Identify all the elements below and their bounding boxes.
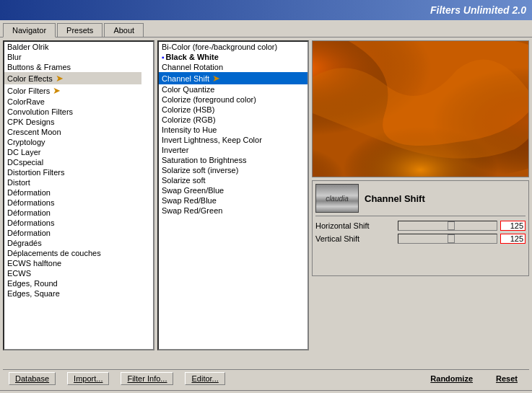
preview-swirl bbox=[313, 41, 528, 177]
right-panel: claudia Channel Shift Horizontal Shift 1… bbox=[312, 40, 529, 366]
separator-icon: ▪ bbox=[162, 53, 165, 61]
preview-area bbox=[312, 40, 529, 177]
list-item[interactable]: ColorRave bbox=[4, 97, 141, 107]
bottom-toolbar: Database Import... Filter Info... Editor… bbox=[3, 369, 529, 387]
list-item[interactable]: Déformation bbox=[4, 228, 141, 238]
list-item[interactable]: DCspecial bbox=[4, 157, 141, 167]
content-area: Balder Olrik Blur Buttons & Frames Color… bbox=[3, 40, 529, 366]
list-item[interactable]: Déformation bbox=[4, 208, 141, 218]
tab-navigator[interactable]: Navigator bbox=[3, 23, 56, 37]
horizontal-shift-value[interactable]: 125 bbox=[500, 221, 526, 231]
plugin-header: claudia Channel Shift bbox=[315, 184, 526, 216]
list-item[interactable]: Déformations bbox=[4, 218, 141, 228]
category-list[interactable]: Balder Olrik Blur Buttons & Frames Color… bbox=[3, 40, 154, 350]
list-item[interactable]: ECWS bbox=[4, 268, 141, 278]
slider-row-vertical: Vertical Shift 125 bbox=[315, 234, 526, 244]
category-list-inner: Balder Olrik Blur Buttons & Frames Color… bbox=[4, 42, 141, 299]
filter-item[interactable]: Swap Red/Green bbox=[159, 206, 308, 216]
tab-presets[interactable]: Presets bbox=[57, 23, 103, 37]
filter-info-button[interactable]: Filter Info... bbox=[121, 372, 173, 385]
list-item[interactable]: Edges, Round bbox=[4, 278, 141, 288]
list-item[interactable]: Edges, Square bbox=[4, 288, 141, 299]
list-item[interactable]: Crescent Moon bbox=[4, 127, 141, 137]
slider-row-horizontal: Horizontal Shift 125 bbox=[315, 221, 526, 231]
slider-row-empty1 bbox=[315, 247, 526, 257]
app-title: Filters Unlimited 2.0 bbox=[430, 4, 526, 16]
list-item[interactable]: Distortion Filters bbox=[4, 167, 141, 177]
slider-empty2 bbox=[398, 260, 497, 270]
filter-item[interactable]: Intensity to Hue bbox=[159, 125, 308, 135]
filter-item-bw[interactable]: ▪ Black & White bbox=[159, 52, 308, 62]
main-container: Balder Olrik Blur Buttons & Frames Color… bbox=[0, 37, 532, 390]
title-bar: Filters Unlimited 2.0 bbox=[0, 0, 532, 20]
plugin-logo: claudia bbox=[315, 184, 359, 213]
arrow-icon: ➤ bbox=[56, 73, 64, 84]
list-item[interactable]: DC Layer bbox=[4, 147, 141, 157]
list-item[interactable]: Cryptology bbox=[4, 137, 141, 147]
list-item[interactable]: Déformations bbox=[4, 198, 141, 208]
list-item[interactable]: Distort bbox=[4, 177, 141, 187]
tab-about[interactable]: About bbox=[104, 23, 144, 37]
list-item[interactable]: Déplacements de couches bbox=[4, 248, 141, 258]
horizontal-shift-label: Horizontal Shift bbox=[315, 221, 395, 230]
filter-item[interactable]: Inverter bbox=[159, 145, 308, 155]
import-button[interactable]: Import... bbox=[67, 372, 109, 385]
vertical-thumb[interactable] bbox=[448, 234, 455, 243]
filter-item-channel-shift[interactable]: Channel Shift ➤ bbox=[159, 72, 308, 84]
horizontal-shift-slider[interactable] bbox=[398, 221, 497, 231]
filter-item[interactable]: Colorize (RGB) bbox=[159, 115, 308, 125]
status-bar: Database: ICNET-Filters Filters: 4595 📎 … bbox=[0, 390, 532, 393]
list-item[interactable]: Déformation bbox=[4, 187, 141, 198]
slider-row-empty2 bbox=[315, 260, 526, 270]
vertical-shift-slider[interactable] bbox=[398, 234, 497, 244]
filter-item[interactable]: Swap Green/Blue bbox=[159, 185, 308, 195]
list-item[interactable]: Blur bbox=[4, 52, 141, 62]
filter-item[interactable]: Bi-Color (fore-/background color) bbox=[159, 42, 308, 52]
filter-item[interactable]: Saturation to Brightness bbox=[159, 155, 308, 165]
list-item[interactable]: CPK Designs bbox=[4, 117, 141, 127]
filter-item[interactable]: Colorize (foreground color) bbox=[159, 94, 308, 105]
filter-list[interactable]: Bi-Color (fore-/background color) ▪ Blac… bbox=[157, 40, 309, 350]
arrow-icon: ➤ bbox=[53, 85, 61, 96]
tab-bar: Navigator Presets About bbox=[0, 20, 532, 37]
slider-empty1 bbox=[398, 247, 497, 257]
horizontal-thumb[interactable] bbox=[448, 221, 455, 230]
filter-item[interactable]: Solarize soft (inverse) bbox=[159, 165, 308, 175]
list-item[interactable]: Dégradés bbox=[4, 238, 141, 248]
randomize-button[interactable]: Randomize bbox=[424, 373, 479, 384]
database-button[interactable]: Database bbox=[9, 372, 56, 385]
list-item-color-effects[interactable]: Color Effects ➤ bbox=[4, 72, 141, 84]
filter-item[interactable]: Channel Rotation bbox=[159, 62, 308, 72]
filter-controls: claudia Channel Shift Horizontal Shift 1… bbox=[312, 180, 529, 276]
filter-item[interactable]: Solarize soft bbox=[159, 175, 308, 185]
reset-button[interactable]: Reset bbox=[490, 373, 523, 384]
filter-item[interactable]: Color Quantize bbox=[159, 84, 308, 94]
vertical-shift-value[interactable]: 125 bbox=[500, 234, 526, 244]
filter-item[interactable]: Colorize (HSB) bbox=[159, 105, 308, 115]
arrow-icon: ➤ bbox=[212, 73, 220, 84]
filter-name: Channel Shift bbox=[365, 193, 425, 204]
list-item-color-filters[interactable]: Color Filters ➤ bbox=[4, 84, 141, 97]
list-item[interactable]: Buttons & Frames bbox=[4, 62, 141, 72]
list-item[interactable]: ECWS halftone bbox=[4, 258, 141, 268]
list-item[interactable]: Balder Olrik bbox=[4, 42, 141, 52]
filter-item[interactable]: Swap Red/Blue bbox=[159, 195, 308, 206]
vertical-shift-label: Vertical Shift bbox=[315, 234, 395, 243]
filter-item[interactable]: Invert Lightness, Keep Color bbox=[159, 135, 308, 145]
editor-button[interactable]: Editor... bbox=[185, 372, 224, 385]
list-item[interactable]: Convolution Filters bbox=[4, 107, 141, 117]
